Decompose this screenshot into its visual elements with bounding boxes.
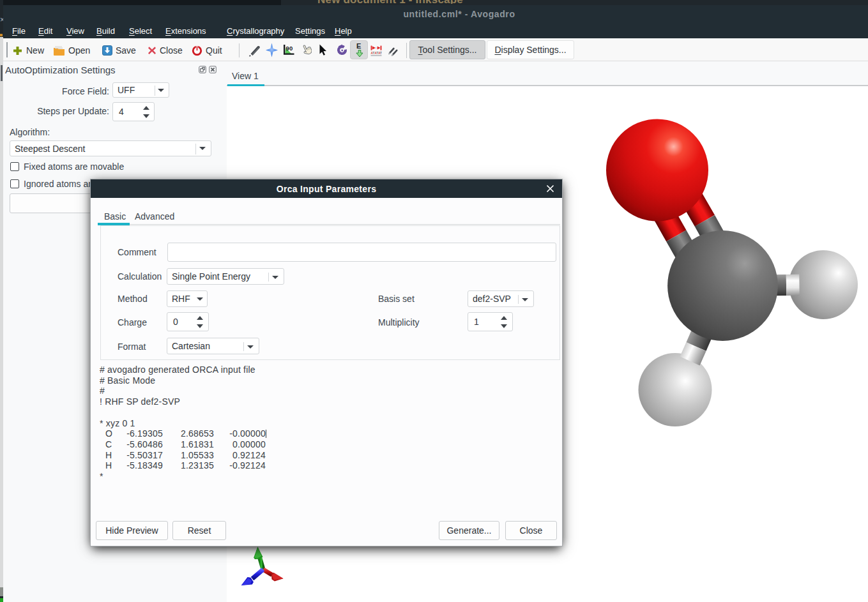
svg-text:T: T [380,52,382,55]
svg-text:90: 90 [286,45,293,52]
